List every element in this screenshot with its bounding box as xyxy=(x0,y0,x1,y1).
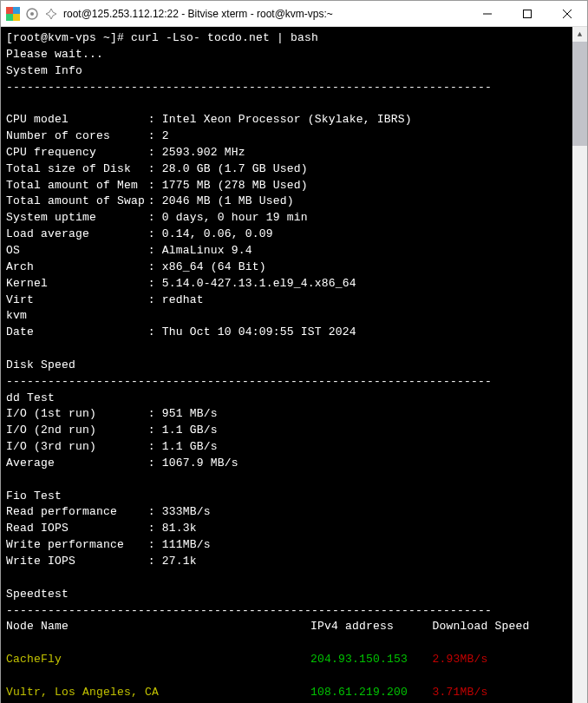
pin-icon[interactable] xyxy=(44,7,58,21)
gear-icon[interactable] xyxy=(25,7,39,21)
fio-label: Fio Test xyxy=(6,489,62,503)
sys-row: CPU model: Intel Xeon Processor (Skylake… xyxy=(6,113,412,126)
dd-row: Average: 1067.9 MB/s xyxy=(6,457,238,470)
divider: ----------------------------------------… xyxy=(6,604,492,617)
scroll-up-button[interactable]: ▲ xyxy=(572,27,587,42)
dd-row: I/O (2nd run): 1.1 GB/s xyxy=(6,424,218,437)
window-title: root@125.253.112.12:22 - Bitvise xterm -… xyxy=(63,8,333,20)
fio-row: Read IOPS: 81.3k xyxy=(6,522,197,535)
prompt: [root@kvm-vps ~]# xyxy=(6,31,131,44)
maximize-button[interactable] xyxy=(507,1,547,26)
sys-row: OS: AlmaLinux 9.4 xyxy=(6,244,252,257)
sys-row: Total size of Disk: 28.0 GB (1.7 GB Used… xyxy=(6,162,308,175)
sys-row: Date: Thu Oct 10 04:09:55 IST 2024 xyxy=(6,325,356,338)
speedtest-row: CacheFly204.93.150.1532.93MB/s xyxy=(6,652,567,668)
svg-rect-0 xyxy=(6,7,13,14)
sys-row: CPU frequency: 2593.902 MHz xyxy=(6,146,245,159)
terminal[interactable]: [root@kvm-vps ~]# curl -Lso- tocdo.net |… xyxy=(1,27,572,703)
sys-row: System uptime: 0 days, 0 hour 19 min xyxy=(6,211,308,224)
scrollbar[interactable]: ▲ ▼ xyxy=(572,27,587,703)
divider: ----------------------------------------… xyxy=(6,375,492,388)
dd-row: I/O (3rd run): 1.1 GB/s xyxy=(6,440,218,453)
svg-point-5 xyxy=(30,12,34,16)
sys-row: Total amount of Swap: 2046 MB (1 MB Used… xyxy=(6,194,294,207)
sys-row: Total amount of Mem: 1775 MB (278 MB Use… xyxy=(6,179,308,192)
kvm-line: kvm xyxy=(6,309,27,322)
svg-rect-7 xyxy=(524,10,532,17)
fio-row: Read performance: 333MB/s xyxy=(6,505,211,518)
speedtest-row: Vultr, Los Angeles, CA108.61.219.2003.71… xyxy=(6,685,567,701)
speedtest-header-row: Node NameIPv4 addressDownload Speed xyxy=(6,619,567,635)
section-sysinfo: System Info xyxy=(6,64,82,77)
dd-row: I/O (1st run): 951 MB/s xyxy=(6,407,218,420)
fio-row: Write performance: 111MB/s xyxy=(6,538,211,551)
sys-row: Virt: redhat xyxy=(6,293,204,306)
terminal-area: [root@kvm-vps ~]# curl -Lso- tocdo.net |… xyxy=(1,27,587,703)
sys-row: Kernel: 5.14.0-427.13.1.el9_4.x86_64 xyxy=(6,277,356,290)
section-speedtest: Speedtest xyxy=(6,588,69,601)
svg-rect-1 xyxy=(13,7,20,14)
app-window: root@125.253.112.12:22 - Bitvise xterm -… xyxy=(0,0,588,703)
command-text: curl -Lso- tocdo.net | bash xyxy=(131,31,318,44)
svg-rect-2 xyxy=(6,14,13,21)
sys-row: Arch: x86_64 (64 Bit) xyxy=(6,260,266,273)
svg-rect-3 xyxy=(13,14,20,21)
wait-line: Please wait... xyxy=(6,48,103,61)
divider: ----------------------------------------… xyxy=(6,81,492,94)
app-icon xyxy=(6,7,20,21)
sys-row: Load average: 0.14, 0.06, 0.09 xyxy=(6,227,273,240)
fio-row: Write IOPS: 27.1k xyxy=(6,555,197,568)
scroll-thumb[interactable] xyxy=(572,42,587,146)
dd-label: dd Test xyxy=(6,391,55,404)
section-disk: Disk Speed xyxy=(6,358,75,371)
close-button[interactable] xyxy=(547,1,587,26)
titlebar[interactable]: root@125.253.112.12:22 - Bitvise xterm -… xyxy=(1,1,587,27)
window-controls xyxy=(467,1,587,26)
title-left: root@125.253.112.12:22 - Bitvise xterm -… xyxy=(6,7,333,21)
sys-row: Number of cores: 2 xyxy=(6,129,169,142)
minimize-button[interactable] xyxy=(467,1,507,26)
